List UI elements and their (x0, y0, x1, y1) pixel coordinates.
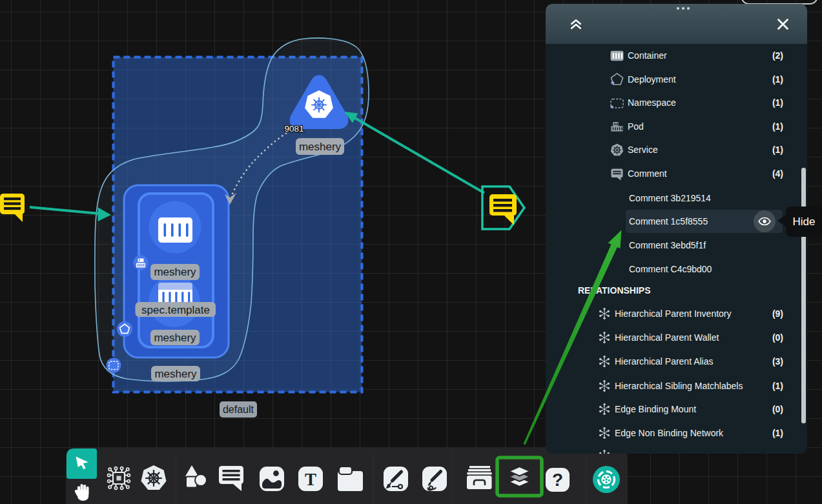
svg-text:default: default (223, 404, 254, 415)
svg-text:meshery: meshery (154, 332, 196, 344)
svg-text:meshery: meshery (154, 266, 196, 278)
svg-text:?: ? (552, 470, 563, 490)
svg-text:spec.template: spec.template (141, 304, 210, 316)
svg-text:T: T (305, 470, 316, 489)
svg-text:9081: 9081 (284, 124, 303, 134)
svg-text:meshery: meshery (154, 368, 197, 380)
svg-text:meshery: meshery (299, 141, 342, 153)
